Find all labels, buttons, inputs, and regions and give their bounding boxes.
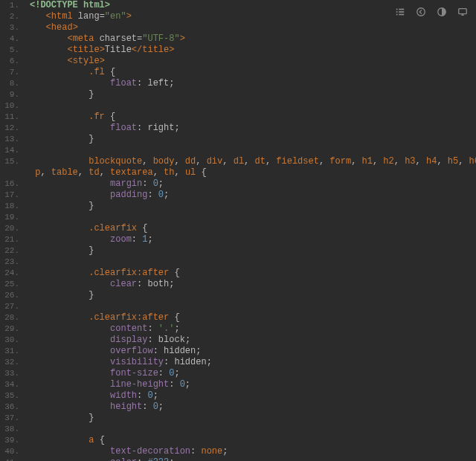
line-number: 17. bbox=[0, 190, 19, 201]
svg-rect-1 bbox=[399, 9, 404, 10]
svg-point-6 bbox=[417, 8, 425, 16]
code-line[interactable] bbox=[30, 145, 476, 156]
line-number: 16. bbox=[0, 178, 19, 190]
code-line[interactable]: height: 0; bbox=[30, 402, 476, 413]
code-line[interactable] bbox=[30, 257, 476, 268]
back-icon[interactable] bbox=[415, 6, 427, 18]
line-number: 25. bbox=[0, 279, 19, 290]
code-area[interactable]: <!DOCTYPE html> <html lang="en"> <head> … bbox=[27, 0, 476, 461]
code-line[interactable]: zoom: 1; bbox=[30, 234, 476, 245]
code-line[interactable]: margin: 0; bbox=[30, 178, 476, 190]
line-number: 32. bbox=[0, 357, 19, 368]
line-number: 35. bbox=[0, 390, 19, 402]
code-line[interactable]: p, table, td, textarea, th, ul { bbox=[30, 167, 476, 178]
code-line[interactable]: .fr { bbox=[30, 112, 476, 123]
line-number: 14. bbox=[0, 145, 19, 156]
line-number: 2. bbox=[0, 11, 19, 22]
code-line[interactable]: padding: 0; bbox=[30, 190, 476, 201]
code-line[interactable]: } bbox=[30, 290, 476, 301]
code-line[interactable]: } bbox=[30, 413, 476, 424]
code-line[interactable]: width: 0; bbox=[30, 390, 476, 402]
editor-toolbar bbox=[394, 6, 469, 18]
line-number: 18. bbox=[0, 201, 19, 212]
display-icon[interactable] bbox=[457, 6, 469, 18]
line-number: 13. bbox=[0, 134, 19, 145]
code-line[interactable]: .clearfix:after { bbox=[30, 268, 476, 279]
code-line[interactable]: font-size: 0; bbox=[30, 368, 476, 379]
svg-rect-8 bbox=[459, 9, 467, 14]
code-line[interactable]: .clearfix { bbox=[30, 223, 476, 234]
line-number: 31. bbox=[0, 346, 19, 357]
code-line[interactable] bbox=[30, 424, 476, 435]
code-line[interactable]: <meta charset="UTF-8"> bbox=[30, 33, 476, 45]
line-number: 26. bbox=[0, 290, 19, 301]
line-number: 40. bbox=[0, 446, 19, 457]
line-number: 41. bbox=[0, 457, 19, 461]
line-number: 30. bbox=[0, 335, 19, 346]
line-number: 39. bbox=[0, 435, 19, 446]
code-line[interactable]: .clearfix:after { bbox=[30, 312, 476, 323]
code-line[interactable] bbox=[30, 100, 476, 112]
contrast-icon[interactable] bbox=[436, 6, 448, 18]
line-number: 9. bbox=[0, 89, 19, 100]
line-number: 33. bbox=[0, 368, 19, 379]
code-line[interactable]: <style> bbox=[30, 56, 476, 67]
code-line[interactable]: .fl { bbox=[30, 67, 476, 78]
code-line[interactable]: } bbox=[30, 89, 476, 100]
code-line[interactable]: text-decoration: none; bbox=[30, 446, 476, 457]
line-number: 36. bbox=[0, 402, 19, 413]
list-icon[interactable] bbox=[394, 6, 406, 18]
svg-rect-2 bbox=[396, 11, 398, 13]
code-line[interactable]: float: right; bbox=[30, 123, 476, 134]
line-number: 38. bbox=[0, 424, 19, 435]
svg-rect-0 bbox=[396, 9, 398, 10]
line-number: 12. bbox=[0, 123, 19, 134]
line-number: 24. bbox=[0, 268, 19, 279]
line-number: 21. bbox=[0, 234, 19, 245]
line-number: 1. bbox=[0, 0, 19, 11]
code-line[interactable] bbox=[30, 301, 476, 312]
code-line[interactable]: } bbox=[30, 134, 476, 145]
code-line[interactable]: blockquote, body, dd, div, dl, dt, field… bbox=[30, 156, 476, 167]
code-line[interactable] bbox=[30, 212, 476, 223]
code-line[interactable]: a { bbox=[30, 435, 476, 446]
line-number: 22. bbox=[0, 245, 19, 257]
code-line[interactable]: float: left; bbox=[30, 78, 476, 89]
line-number: 28. bbox=[0, 312, 19, 323]
line-number: 29. bbox=[0, 323, 19, 335]
line-number: 4. bbox=[0, 33, 19, 45]
code-line[interactable]: clear: both; bbox=[30, 279, 476, 290]
code-line[interactable]: <title>Title</title> bbox=[30, 45, 476, 56]
line-number-wrap bbox=[0, 167, 19, 178]
code-line[interactable]: } bbox=[30, 245, 476, 257]
svg-rect-4 bbox=[396, 14, 398, 16]
line-number: 7. bbox=[0, 67, 19, 78]
line-number: 37. bbox=[0, 413, 19, 424]
svg-rect-3 bbox=[399, 11, 404, 13]
line-number: 23. bbox=[0, 257, 19, 268]
code-line[interactable]: display: block; bbox=[30, 335, 476, 346]
code-line[interactable]: } bbox=[30, 201, 476, 212]
line-number-gutter: 1.2.3.4.5.6.7.8.9.10.11.12.13.14.15.16.1… bbox=[0, 0, 27, 461]
line-number: 20. bbox=[0, 223, 19, 234]
line-number: 5. bbox=[0, 45, 19, 56]
code-line[interactable]: color: #333; bbox=[30, 457, 476, 461]
code-line[interactable]: overflow: hidden; bbox=[30, 346, 476, 357]
line-number: 34. bbox=[0, 379, 19, 390]
line-number: 11. bbox=[0, 112, 19, 123]
svg-rect-5 bbox=[399, 14, 404, 16]
line-number: 3. bbox=[0, 22, 19, 33]
line-number: 15. bbox=[0, 156, 19, 167]
code-line[interactable]: content: '.'; bbox=[30, 323, 476, 335]
code-line[interactable]: visibility: hidden; bbox=[30, 357, 476, 368]
line-number: 8. bbox=[0, 78, 19, 89]
line-number: 27. bbox=[0, 301, 19, 312]
line-number: 19. bbox=[0, 212, 19, 223]
line-number: 10. bbox=[0, 100, 19, 112]
code-line[interactable]: <head> bbox=[30, 22, 476, 33]
code-editor[interactable]: 1.2.3.4.5.6.7.8.9.10.11.12.13.14.15.16.1… bbox=[0, 0, 476, 461]
line-number: 6. bbox=[0, 56, 19, 67]
code-line[interactable]: line-height: 0; bbox=[30, 379, 476, 390]
